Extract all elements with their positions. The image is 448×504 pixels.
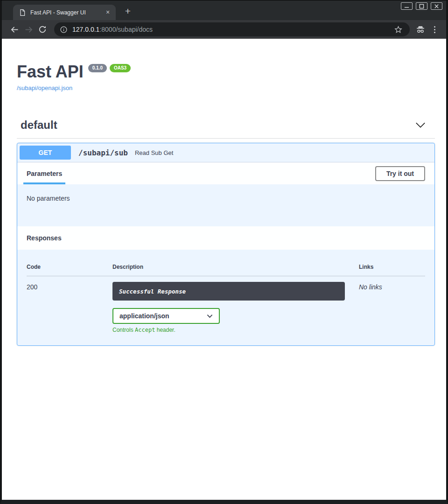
operation-summary[interactable]: GET /subapi/sub Read Sub Get: [17, 143, 434, 162]
tab-close-icon[interactable]: ×: [104, 8, 112, 17]
window-controls: [401, 2, 442, 10]
column-header-code: Code: [27, 264, 112, 270]
swagger-page: Fast API 0.1.0 OAS3 /subapi/openapi.json…: [2, 39, 446, 500]
oas3-badge: OAS3: [110, 64, 131, 72]
tag-header-default[interactable]: default: [17, 119, 435, 139]
openapi-spec-link[interactable]: /subapi/openapi.json: [17, 84, 72, 91]
response-description-text: Successful Response: [119, 288, 186, 295]
operation-path: /subapi/sub: [78, 148, 128, 157]
browser-tab[interactable]: Fast API - Swagger UI ×: [13, 5, 116, 20]
browser-toolbar: 127.0.0.1:8000/subapi/docs: [2, 20, 446, 39]
no-parameters-text: No parameters: [27, 195, 70, 202]
maximize-button[interactable]: [416, 2, 427, 10]
forward-button[interactable]: [21, 22, 35, 36]
column-header-description: Description: [112, 264, 359, 270]
select-chevron-down-icon: [207, 314, 213, 318]
hint-prefix: Controls: [112, 327, 135, 333]
response-links: No links: [359, 282, 425, 291]
api-info: Fast API 0.1.0 OAS3 /subapi/openapi.json: [17, 39, 435, 92]
minimize-button[interactable]: [401, 2, 413, 10]
responses-table-header: Code Description Links: [27, 264, 425, 276]
browser-menu-button[interactable]: [427, 22, 441, 36]
parameters-header-bar: Parameters Try it out: [17, 162, 434, 184]
url-path: :8000/subapi/docs: [99, 26, 153, 33]
tag-name: default: [21, 119, 57, 132]
response-description-box: Successful Response: [112, 282, 345, 301]
browser-window: Fast API - Swagger UI × +: [0, 0, 448, 504]
media-type-select[interactable]: application/json: [112, 308, 220, 324]
hint-code: Accept: [135, 327, 155, 333]
responses-body: Code Description Links 200 Successful Re…: [17, 250, 434, 345]
opblock-get-subapi-sub: GET /subapi/sub Read Sub Get Parameters …: [17, 143, 435, 346]
accept-header-hint: Controls Accept header.: [112, 327, 359, 333]
table-row: 200 Successful Response application/json: [27, 276, 425, 333]
media-type-selected: application/json: [119, 312, 169, 320]
bookmark-star-icon[interactable]: [391, 22, 405, 36]
hint-suffix: header.: [155, 327, 175, 333]
back-button[interactable]: [7, 22, 21, 36]
api-title: Fast API: [17, 62, 84, 82]
parameters-body: No parameters: [17, 184, 434, 226]
tab-title: Fast API - Swagger UI: [30, 9, 104, 16]
column-header-links: Links: [359, 264, 425, 270]
site-info-icon[interactable]: [60, 26, 68, 34]
response-code: 200: [27, 282, 112, 291]
page-favicon-icon: [19, 9, 26, 16]
address-bar[interactable]: 127.0.0.1:8000/subapi/docs: [54, 22, 410, 36]
tab-parameters[interactable]: Parameters: [27, 162, 62, 184]
kebab-menu-icon: [434, 26, 435, 33]
new-tab-button[interactable]: +: [122, 6, 133, 17]
incognito-icon: [413, 22, 427, 36]
responses-title: Responses: [27, 234, 62, 242]
parameters-tab-label: Parameters: [27, 170, 62, 177]
try-it-out-button[interactable]: Try it out: [375, 166, 425, 181]
responses-header-bar: Responses: [17, 226, 434, 250]
url-text: 127.0.0.1:8000/subapi/docs: [72, 26, 391, 33]
operation-description: Read Sub Get: [135, 149, 173, 156]
collapse-chevron-icon[interactable]: [415, 122, 426, 128]
close-window-button[interactable]: [431, 2, 442, 10]
tag-section-default: default GET /subapi/sub Read Sub Get: [17, 119, 435, 346]
titlebar: Fast API - Swagger UI × +: [2, 0, 446, 20]
url-host: 127.0.0.1: [72, 26, 99, 33]
reload-button[interactable]: [35, 22, 49, 36]
version-badge: 0.1.0: [88, 64, 107, 72]
http-method-badge[interactable]: GET: [20, 146, 71, 160]
